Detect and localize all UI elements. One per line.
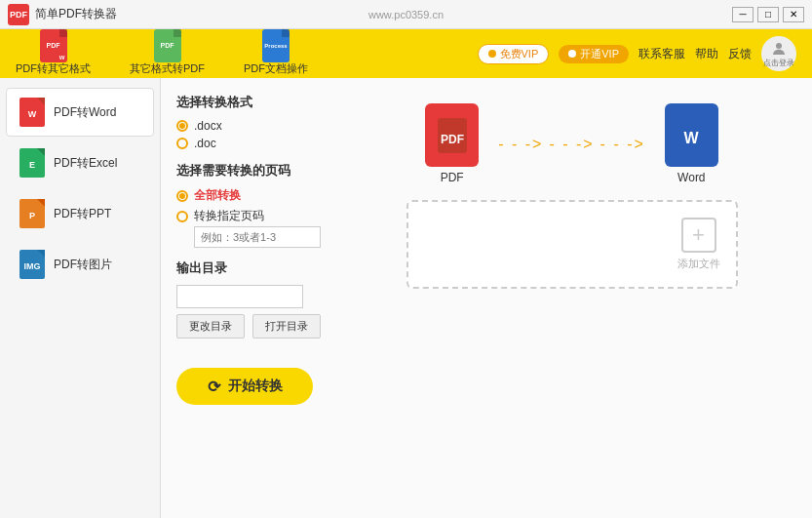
arrow-dots-2: - - ->	[549, 136, 594, 153]
close-button[interactable]: ✕	[783, 7, 804, 22]
feedback-link[interactable]: 反馈	[728, 46, 752, 62]
page-all-label: 全部转换	[194, 187, 241, 204]
format-docx-label: .docx	[194, 119, 222, 133]
sidebar-word-label: PDF转Word	[54, 104, 116, 121]
arrow-animation: - - -> - - -> - - ->	[498, 136, 645, 153]
from-pdf-icon: PDF	[425, 103, 479, 167]
tab-pdf-process-icon: Process	[262, 32, 290, 60]
sidebar-word-icon: W	[19, 97, 46, 128]
sidebar-image-icon: IMG	[19, 249, 46, 280]
app-icon: PDF	[8, 4, 29, 25]
open-dir-button[interactable]: 打开目录	[252, 314, 321, 339]
from-pdf-icon-wrap: PDF PDF	[425, 103, 479, 184]
format-title: 选择转换格式	[176, 94, 337, 111]
nav-tabs: PDF W PDF转其它格式 PDF 其它格式转PDF Process PDF文…	[16, 32, 308, 76]
page-radio-group: 全部转换 转换指定页码	[176, 187, 337, 224]
format-doc-label: .doc	[194, 137, 216, 150]
content-area: 选择转换格式 .docx .doc 选择需要转换的页码	[161, 78, 812, 518]
tab-pdf-to-other-label: PDF转其它格式	[16, 61, 91, 76]
options-panel: 选择转换格式 .docx .doc 选择需要转换的页码	[176, 94, 347, 502]
change-dir-button[interactable]: 更改目录	[176, 314, 245, 339]
file-drop-area[interactable]: + 添加文件	[406, 200, 738, 289]
refresh-icon: ⟳	[208, 378, 220, 396]
sidebar-item-image[interactable]: IMG PDF转图片	[6, 240, 154, 289]
sidebar-ppt-icon: P	[19, 198, 46, 229]
page-all-dot	[176, 190, 188, 202]
user-login-label: 点击登录	[763, 58, 794, 68]
paid-vip-button[interactable]: 开通VIP	[559, 45, 629, 63]
main-area: W PDF转Word E PDF转Excel P PDF转P	[0, 78, 812, 518]
svg-text:PDF: PDF	[441, 133, 464, 146]
add-file-button[interactable]: + 添加文件	[677, 218, 720, 271]
page-title: 选择需要转换的页码	[176, 162, 337, 179]
sidebar-ppt-label: PDF转PPT	[54, 206, 111, 222]
help-link[interactable]: 帮助	[695, 46, 718, 62]
conversion-preview-header: PDF PDF - - -> - - -> - - ->	[425, 103, 718, 184]
arrow-dots-3: - - ->	[600, 136, 645, 153]
page-range-input[interactable]	[194, 226, 321, 248]
watermark-text: www.pc0359.cn	[368, 9, 444, 20]
output-section: 输出目录 更改目录 打开目录	[176, 259, 337, 339]
maximize-button[interactable]: □	[757, 7, 779, 22]
sidebar-item-word[interactable]: W PDF转Word	[6, 88, 154, 137]
tab-other-to-pdf-icon: PDF	[154, 32, 181, 60]
sidebar: W PDF转Word E PDF转Excel P PDF转P	[0, 78, 161, 518]
sidebar-excel-label: PDF转Excel	[54, 155, 117, 172]
format-docx-dot	[176, 120, 188, 132]
free-vip-label: 免费VIP	[500, 47, 539, 61]
contact-link[interactable]: 联系客服	[638, 46, 685, 62]
content-inner: 选择转换格式 .docx .doc 选择需要转换的页码	[176, 94, 796, 502]
page-specific-label: 转换指定页码	[194, 208, 264, 224]
format-radio-group: .docx .doc	[176, 119, 337, 150]
to-word-icon-wrap: W Word	[665, 103, 718, 184]
sidebar-item-ppt[interactable]: P PDF转PPT	[6, 189, 154, 238]
sidebar-excel-icon: E	[19, 147, 46, 179]
page-specific-dot	[176, 211, 188, 222]
tab-other-to-pdf[interactable]: PDF 其它格式转PDF	[130, 32, 205, 76]
plus-icon: +	[681, 218, 716, 253]
preview-panel: PDF PDF - - -> - - -> - - ->	[347, 94, 796, 502]
preview-wrap: PDF PDF - - -> - - -> - - ->	[347, 94, 796, 289]
minimize-button[interactable]: ─	[732, 7, 754, 22]
tab-pdf-process[interactable]: Process PDF文档操作	[244, 32, 308, 76]
free-vip-button[interactable]: 免费VIP	[478, 44, 550, 64]
sidebar-image-label: PDF转图片	[54, 257, 112, 273]
format-doc-dot	[176, 138, 188, 149]
page-section: 选择需要转换的页码 全部转换 转换指定页码	[176, 162, 337, 248]
format-section: 选择转换格式 .docx .doc	[176, 94, 337, 150]
output-path-input[interactable]	[176, 285, 303, 308]
start-convert-button[interactable]: ⟳ 开始转换	[176, 368, 313, 405]
tab-other-to-pdf-label: 其它格式转PDF	[130, 61, 205, 76]
format-doc[interactable]: .doc	[176, 137, 337, 150]
to-word-icon: W	[665, 103, 718, 167]
arrow-dots-1: - - ->	[498, 136, 543, 153]
add-file-label: 添加文件	[677, 257, 720, 271]
page-all[interactable]: 全部转换	[176, 187, 337, 204]
user-avatar[interactable]: 点击登录	[761, 36, 796, 71]
page-specific[interactable]: 转换指定页码	[176, 208, 337, 224]
output-btn-row: 更改目录 打开目录	[176, 314, 337, 339]
app-logo: PDF 简单PDF转换器	[8, 4, 117, 25]
output-title: 输出目录	[176, 259, 337, 277]
format-docx[interactable]: .docx	[176, 119, 337, 133]
titlebar: PDF 简单PDF转换器 www.pc0359.cn ─ □ ✕	[0, 0, 812, 29]
sidebar-item-excel[interactable]: E PDF转Excel	[6, 139, 154, 187]
svg-point-0	[776, 43, 782, 49]
tab-pdf-process-label: PDF文档操作	[244, 61, 308, 76]
paid-vip-label: 开通VIP	[580, 47, 619, 61]
tab-pdf-to-other-icon: PDF W	[40, 32, 67, 60]
from-pdf-label: PDF	[441, 171, 464, 184]
nav-right: 免费VIP 开通VIP 联系客服 帮助 反馈 点击登录	[478, 36, 796, 71]
window-controls: ─ □ ✕	[732, 7, 804, 22]
svg-text:W: W	[684, 130, 700, 146]
tab-pdf-to-other[interactable]: PDF W PDF转其它格式	[16, 32, 91, 76]
app-title: 简单PDF转换器	[35, 6, 117, 22]
start-btn-label: 开始转换	[228, 378, 283, 395]
to-word-label: Word	[677, 171, 705, 184]
top-navigation: PDF W PDF转其它格式 PDF 其它格式转PDF Process PDF文…	[0, 29, 812, 78]
